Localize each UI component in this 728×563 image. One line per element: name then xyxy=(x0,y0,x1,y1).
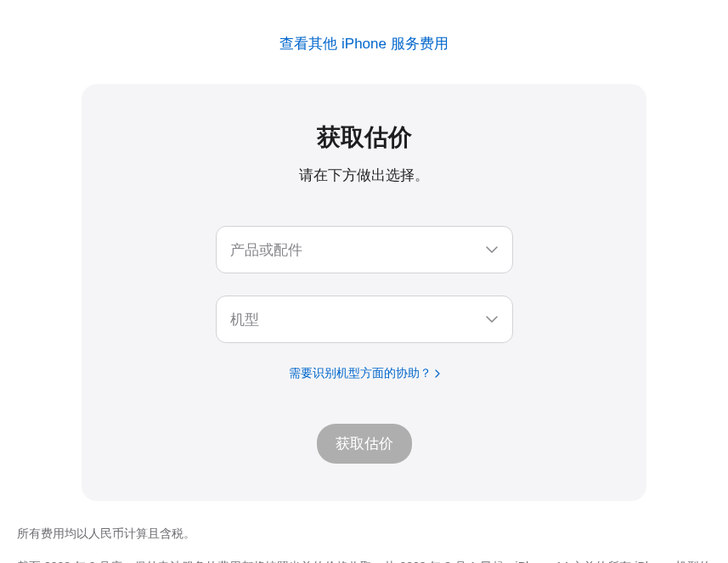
footer-notes: 所有费用均以人民币计算且含税。 截至 2023 年 2 月底，保外电池服务的费用… xyxy=(17,523,720,563)
other-services-link[interactable]: 查看其他 iPhone 服务费用 xyxy=(8,34,720,53)
model-select-placeholder: 机型 xyxy=(230,310,259,329)
help-link-text: 需要识别机型方面的协助？ xyxy=(289,366,432,381)
footer-line-2: 截至 2023 年 2 月底，保外电池服务的费用都将按照当前的价格收取。从 20… xyxy=(17,556,720,563)
model-select[interactable]: 机型 xyxy=(216,296,513,343)
get-estimate-button[interactable]: 获取估价 xyxy=(317,424,412,464)
card-title: 获取估价 xyxy=(116,121,612,154)
identify-model-help-link[interactable]: 需要识别机型方面的协助？ xyxy=(289,366,440,381)
card-subtitle: 请在下方做出选择。 xyxy=(116,166,612,185)
footer-line-2-text: 截至 2023 年 2 月底，保外电池服务的费用都将按照当前的价格收取。从 20… xyxy=(17,560,711,563)
product-select[interactable]: 产品或配件 xyxy=(216,226,513,273)
model-select-wrapper: 机型 xyxy=(216,296,513,343)
product-select-placeholder: 产品或配件 xyxy=(230,240,302,260)
product-select-wrapper: 产品或配件 xyxy=(216,226,513,273)
estimate-card: 获取估价 请在下方做出选择。 产品或配件 机型 需要识别机型方面的协助？ xyxy=(82,84,646,501)
footer-line-1: 所有费用均以人民币计算且含税。 xyxy=(17,523,720,544)
chevron-right-icon xyxy=(435,367,440,380)
